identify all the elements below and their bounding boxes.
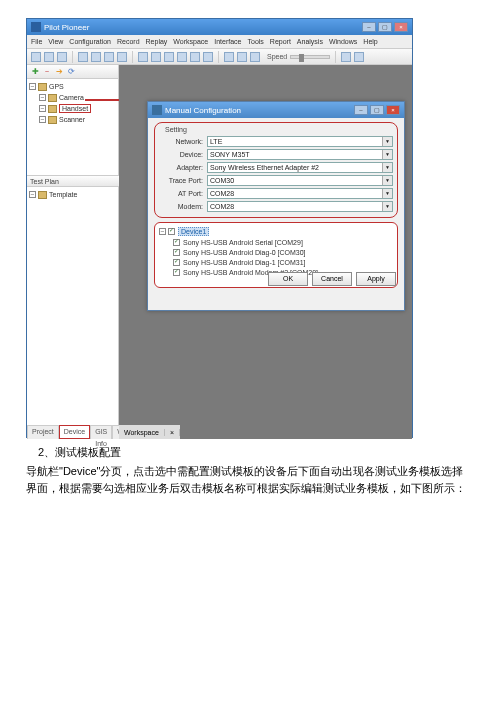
dialog-minimize-button[interactable]: – [354, 105, 368, 115]
adapter-label: Adapter: [159, 164, 207, 171]
maximize-button[interactable]: ▢ [378, 22, 392, 32]
checkbox-checked-icon[interactable] [173, 259, 180, 266]
chevron-down-icon[interactable]: ▼ [382, 202, 392, 211]
toolbar-icon[interactable] [190, 52, 200, 62]
title-bar: Pilot Pioneer – ▢ × [27, 19, 412, 35]
tree-toolbar: ✚ － ➔ ⟳ [27, 65, 118, 79]
checkbox-checked-icon[interactable] [173, 239, 180, 246]
toolbar-separator [218, 51, 219, 63]
app-icon [31, 22, 41, 32]
at-port-select[interactable]: COM28▼ [207, 188, 393, 199]
menu-tools[interactable]: Tools [247, 38, 263, 45]
checkbox-checked-icon[interactable] [173, 249, 180, 256]
canvas-tab-close-icon[interactable]: × [165, 429, 180, 436]
toolbar-icon[interactable] [104, 52, 114, 62]
modem-label: Modem: [159, 203, 207, 210]
trace-port-select[interactable]: COM30▼ [207, 175, 393, 186]
tree-item-handset[interactable]: –Handset [29, 103, 116, 114]
device-tree: –GPS –Camera –Handset –Scanner [27, 79, 118, 127]
toolbar-separator [72, 51, 73, 63]
toolbar-icon[interactable] [44, 52, 54, 62]
checkbox-checked-icon[interactable] [168, 228, 175, 235]
toolbar-pause-icon[interactable] [237, 52, 247, 62]
tree-item-template[interactable]: –Template [29, 189, 117, 200]
menu-interface[interactable]: Interface [214, 38, 241, 45]
menu-replay[interactable]: Replay [146, 38, 168, 45]
device-item[interactable]: Sony HS-USB Android Serial [COM29] [173, 237, 393, 247]
side-panel: ✚ － ➔ ⟳ –GPS –Camera –Handset –Scanner T… [27, 65, 119, 439]
at-port-label: AT Port: [159, 190, 207, 197]
menu-report[interactable]: Report [270, 38, 291, 45]
toolbar-icon[interactable] [341, 52, 351, 62]
chevron-down-icon[interactable]: ▼ [382, 163, 392, 172]
dialog-buttons: OK Cancel Apply [268, 272, 396, 286]
tree-item-camera[interactable]: –Camera [29, 92, 116, 103]
modem-select[interactable]: COM28▼ [207, 201, 393, 212]
device-item[interactable]: Sony HS-USB Android Diag-0 [COM30] [173, 247, 393, 257]
device-select[interactable]: SONY M35T▼ [207, 149, 393, 160]
app-title: Pilot Pioneer [44, 23, 89, 32]
toolbar-icon[interactable] [117, 52, 127, 62]
toolbar-stop-icon[interactable] [250, 52, 260, 62]
toolbar-icon[interactable] [203, 52, 213, 62]
network-label: Network: [159, 138, 207, 145]
device-root[interactable]: –Device1 [159, 226, 393, 237]
menu-view[interactable]: View [48, 38, 63, 45]
add-icon[interactable]: ✚ [30, 67, 40, 77]
delete-icon[interactable]: － [42, 67, 52, 77]
app-window: Pilot Pioneer – ▢ × File View Configurat… [26, 18, 413, 438]
minimize-button[interactable]: – [362, 22, 376, 32]
toolbar-icon[interactable] [78, 52, 88, 62]
toolbar-icon[interactable] [177, 52, 187, 62]
tab-device[interactable]: Device [59, 425, 90, 439]
manual-configuration-dialog: Manual Configuration – ▢ × Setting Netwo… [147, 101, 405, 311]
checkbox-checked-icon[interactable] [173, 269, 180, 276]
tab-project[interactable]: Project [27, 425, 59, 439]
network-select[interactable]: LTE▼ [207, 136, 393, 147]
doc-paragraph: 导航栏"Device"分页，点击选中需配置测试模板的设备后下面自动出现各测试业务… [26, 463, 474, 497]
toolbar-icon[interactable] [354, 52, 364, 62]
menu-windows[interactable]: Windows [329, 38, 357, 45]
toolbar-icon[interactable] [91, 52, 101, 62]
adapter-select[interactable]: Sony Wireless Ethernet Adapter #2▼ [207, 162, 393, 173]
menu-bar: File View Configuration Record Replay Wo… [27, 35, 412, 49]
toolbar-icon[interactable] [151, 52, 161, 62]
arrow-icon[interactable]: ➔ [54, 67, 64, 77]
tree-item-gps[interactable]: –GPS [29, 81, 116, 92]
menu-file[interactable]: File [31, 38, 42, 45]
canvas-tab-workspace[interactable]: Workspace [119, 429, 165, 436]
trace-port-label: Trace Port: [159, 177, 207, 184]
chevron-down-icon[interactable]: ▼ [382, 176, 392, 185]
menu-record[interactable]: Record [117, 38, 140, 45]
test-plan-header: Test Plan [27, 175, 119, 187]
menu-configuration[interactable]: Configuration [69, 38, 111, 45]
tab-gis-info[interactable]: GIS Info [90, 425, 112, 439]
chevron-down-icon[interactable]: ▼ [382, 137, 392, 146]
device-item[interactable]: Sony HS-USB Android Diag-1 [COM31] [173, 257, 393, 267]
toolbar-play-icon[interactable] [224, 52, 234, 62]
toolbar-icon[interactable] [138, 52, 148, 62]
content-area: ✚ － ➔ ⟳ –GPS –Camera –Handset –Scanner T… [27, 65, 412, 439]
canvas-tab-bar: Workspace× [119, 425, 180, 439]
dialog-title: Manual Configuration [165, 106, 241, 115]
speed-slider[interactable] [290, 55, 330, 59]
close-button[interactable]: × [394, 22, 408, 32]
refresh-icon[interactable]: ⟳ [66, 67, 76, 77]
toolbar-icon[interactable] [31, 52, 41, 62]
dialog-maximize-button[interactable]: ▢ [370, 105, 384, 115]
menu-help[interactable]: Help [363, 38, 377, 45]
window-controls: – ▢ × [362, 22, 408, 32]
dialog-close-button[interactable]: × [386, 105, 400, 115]
cancel-button[interactable]: Cancel [312, 272, 352, 286]
menu-workspace[interactable]: Workspace [173, 38, 208, 45]
ok-button[interactable]: OK [268, 272, 308, 286]
toolbar-icon[interactable] [164, 52, 174, 62]
apply-button[interactable]: Apply [356, 272, 396, 286]
toolbar-icon[interactable] [57, 52, 67, 62]
menu-analysis[interactable]: Analysis [297, 38, 323, 45]
device-label: Device: [159, 151, 207, 158]
settings-group: Setting Network:LTE▼ Device:SONY M35T▼ A… [154, 122, 398, 218]
tree-item-scanner[interactable]: –Scanner [29, 114, 116, 125]
chevron-down-icon[interactable]: ▼ [382, 150, 392, 159]
chevron-down-icon[interactable]: ▼ [382, 189, 392, 198]
